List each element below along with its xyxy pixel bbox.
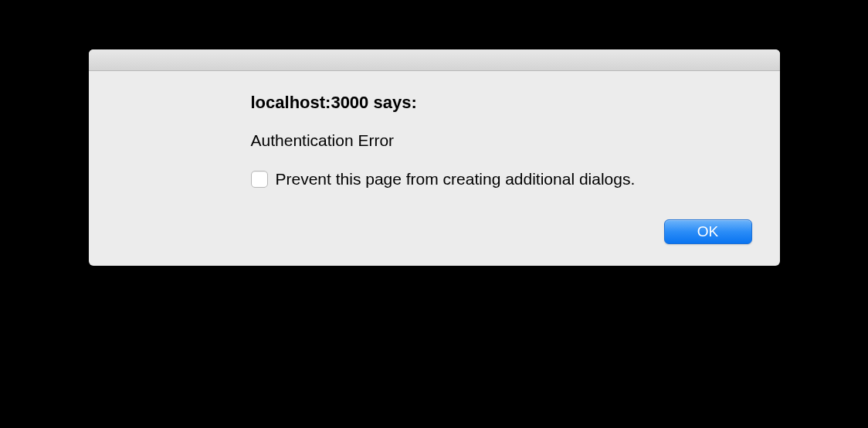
dialog-message: Authentication Error [251,131,752,150]
dialog-titlebar [89,49,780,71]
ok-button[interactable]: OK [664,219,752,244]
suppress-dialogs-checkbox[interactable] [251,171,268,188]
suppress-dialogs-label: Prevent this page from creating addition… [276,170,636,189]
dialog-heading: localhost:3000 says: [251,93,752,113]
dialog-content: localhost:3000 says: Authentication Erro… [89,71,780,266]
dialog-buttons: OK [251,219,752,244]
alert-dialog: localhost:3000 says: Authentication Erro… [89,49,780,266]
suppress-dialogs-row: Prevent this page from creating addition… [251,170,752,189]
